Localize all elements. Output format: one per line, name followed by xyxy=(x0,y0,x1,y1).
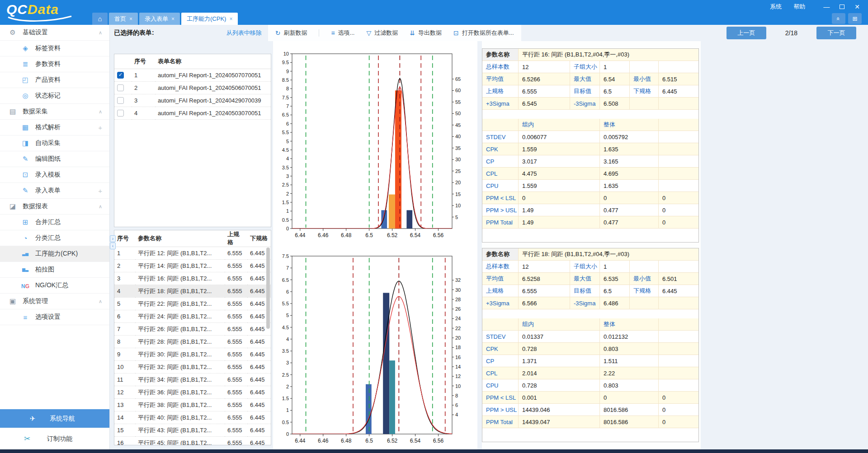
param-lsl: 6.445 xyxy=(247,374,271,386)
parameter-row[interactable]: 15平行距 43: 间距 (B1,B1,T2...6.5556.445 xyxy=(114,424,271,437)
stat-within-value: 1.559 xyxy=(519,180,600,192)
sidebar-item-cpk-chart[interactable]: ▃▅工序能力(CPK) xyxy=(0,246,109,262)
sidebar-item-collect[interactable]: ▤数据采集∧ xyxy=(0,104,109,120)
splitter-expand-button[interactable]: › xyxy=(110,235,116,242)
export-button[interactable]: ⇊导出数据 xyxy=(410,29,442,37)
stat-label xyxy=(630,61,659,73)
sidebar-item-auto-collect[interactable]: ◨自动采集 xyxy=(0,135,109,151)
form-checkbox[interactable] xyxy=(117,72,124,79)
stat-label: 上规格 xyxy=(482,285,519,297)
parameter-row[interactable]: 5平行距 22: 间距 (B1,B1,T2...6.5556.445 xyxy=(114,298,271,310)
refresh-button[interactable]: ↻刷新数据 xyxy=(275,29,307,37)
parameter-row[interactable]: 8平行距 28: 间距 (B1,B1,T2...6.5556.445 xyxy=(114,336,271,348)
parameter-row[interactable]: 16平行距 45: 间距 (B1,B1,T2...6.5556.445 xyxy=(114,437,271,446)
sidebar-item-edit-drawing[interactable]: ✎编辑图纸 xyxy=(0,151,109,167)
add-icon[interactable]: + xyxy=(98,187,102,195)
form-row[interactable]: 3automi_FAI Report-1_20240429070039 xyxy=(114,94,271,107)
tab-label: 首页 xyxy=(114,15,126,23)
svg-text:24: 24 xyxy=(455,316,461,321)
collapse-tabs-icon: « xyxy=(835,17,842,20)
sidebar-item-report[interactable]: ◪数据报表∧ xyxy=(0,199,109,215)
remove-from-list-link[interactable]: 从列表中移除 xyxy=(226,29,262,37)
stat-value: 1 xyxy=(600,61,630,73)
param-usl: 6.555 xyxy=(225,247,247,260)
parameter-row[interactable]: 2平行距 14: 间距 (B1,B1,T2...6.5556.445 xyxy=(114,260,271,272)
stat-within-value: 0.01337 xyxy=(519,331,600,343)
parameter-row[interactable]: 11平行距 34: 间距 (B1,B1,T2...6.5556.445 xyxy=(114,374,271,386)
param-usl: 6.555 xyxy=(225,272,247,285)
tab-close-icon[interactable]: × xyxy=(171,16,175,22)
tab-label: 工序能力(CPK) xyxy=(187,15,226,23)
svg-text:2: 2 xyxy=(286,384,289,389)
collapse-tabs-icon[interactable]: « xyxy=(832,13,845,24)
parameter-row[interactable]: 3平行距 16: 间距 (B1,B1,T2...6.5556.445 xyxy=(114,272,271,285)
tab-home[interactable]: ⌂ xyxy=(92,13,108,25)
chevron-up-icon[interactable]: ∧ xyxy=(99,204,102,210)
stat-label: 最大值 xyxy=(570,273,600,285)
parameter-row[interactable]: 12平行距 36: 间距 (B1,B1,T2...6.5556.445 xyxy=(114,386,271,399)
form-row[interactable]: 2automi_FAI Report-1_20240506070051 xyxy=(114,81,271,94)
form-checkbox[interactable] xyxy=(117,97,124,104)
scrollbar-thumb[interactable] xyxy=(266,248,270,329)
form-name: automi_FAI Report-1_20240429070039 xyxy=(155,94,271,107)
param-usl: 6.555 xyxy=(225,424,247,437)
close-icon[interactable]: ✕ xyxy=(854,4,860,10)
panel-splitter: › ‹ xyxy=(110,235,116,249)
custom-functions-button[interactable]: ✂订制功能 xyxy=(0,428,109,449)
sidebar: ⚙基础设置∧◈标签资料≣参数资料◰产品资料◎状态标记▤数据采集∧▦格式解析+◨自… xyxy=(0,25,110,449)
chevron-up-icon[interactable]: ∧ xyxy=(99,30,102,36)
form-name: automi_FAI Report-1_20240503070051 xyxy=(155,107,271,119)
tab-grid-icon[interactable]: ⊞ xyxy=(848,13,862,24)
stat-metric-label: CPL xyxy=(482,168,519,180)
svg-text:10: 10 xyxy=(455,383,461,389)
sidebar-item-sliders[interactable]: ≣参数资料 xyxy=(0,56,109,72)
menu-system[interactable]: 系统 xyxy=(770,3,782,11)
chevron-up-icon[interactable]: ∧ xyxy=(99,109,102,115)
system-nav-button[interactable]: ✈系统导航 xyxy=(0,409,109,428)
tab-close-icon[interactable]: × xyxy=(129,16,132,22)
sidebar-item-options[interactable]: ≡选项设置 xyxy=(0,309,109,325)
sidebar-item-ng-ok[interactable]: NGNG/OK汇总 xyxy=(0,278,109,294)
parameter-row[interactable]: 6平行距 24: 间距 (B1,B1,T2...6.5556.445 xyxy=(114,310,271,323)
param-index: 5 xyxy=(114,298,135,310)
filter-button[interactable]: ▽过滤数据 xyxy=(366,29,398,37)
parameter-row[interactable]: 9平行距 30: 间距 (B1,B1,T2...6.5556.445 xyxy=(114,348,271,361)
sidebar-item-entry-template[interactable]: ⊡录入模板 xyxy=(0,167,109,183)
options-list-button[interactable]: ≡选项... xyxy=(331,29,354,37)
form-row[interactable]: 1automi_FAI Report-1_20240507070051 xyxy=(114,69,271,81)
sidebar-item-entry-form[interactable]: ✎录入表单+ xyxy=(0,183,109,199)
parameter-row[interactable]: 13平行距 38: 间距 (B1,B1,T2...6.5556.445 xyxy=(114,399,271,411)
form-row[interactable]: 4automi_FAI Report-1_20240503070051 xyxy=(114,107,271,119)
tab-3[interactable]: 工序能力(CPK)× xyxy=(181,13,238,25)
parameter-row[interactable]: 14平行距 40: 间距 (B1,B1,T2...6.5556.445 xyxy=(114,411,271,424)
sidebar-item-target[interactable]: ◎状态标记 xyxy=(0,88,109,104)
sidebar-item-merge-summary[interactable]: ⊞合并汇总 xyxy=(0,215,109,230)
open-form-button[interactable]: ⊡打开数据所在表单... xyxy=(453,29,514,37)
sidebar-item-cube[interactable]: ◰产品资料 xyxy=(0,72,109,88)
sidebar-item-gear[interactable]: ⚙基础设置∧ xyxy=(0,25,109,41)
parameter-row[interactable]: 1平行距 12: 间距 (B1,B1,T2...6.5556.445 xyxy=(114,247,271,260)
parameter-row[interactable]: 4平行距 18: 间距 (B1,B1,T2...6.5556.445 xyxy=(114,285,271,298)
sidebar-item-tag[interactable]: ◈标签资料 xyxy=(0,41,109,56)
parameter-row[interactable]: 10平行距 32: 间距 (B1,B1,T2...6.5556.445 xyxy=(114,361,271,374)
svg-text:60: 60 xyxy=(455,88,461,93)
prev-page-button[interactable]: 上一页 xyxy=(726,27,766,39)
stat-extra-value: 0 xyxy=(659,192,698,204)
tab-close-icon[interactable]: × xyxy=(229,16,232,22)
form-checkbox[interactable] xyxy=(117,110,124,117)
splitter-collapse-button[interactable]: ‹ xyxy=(110,243,116,249)
parameter-row[interactable]: 7平行距 26: 间距 (B1,B1,T2...6.5556.445 xyxy=(114,323,271,336)
sidebar-item-category-summary[interactable]: ◔分类汇总 xyxy=(0,230,109,246)
next-page-button[interactable]: 下一页 xyxy=(816,27,856,39)
tab-2[interactable]: 录入表单× xyxy=(139,13,180,25)
sidebar-item-system-manage[interactable]: ▣系统管理∧ xyxy=(0,294,109,309)
sidebar-item-format-parse[interactable]: ▦格式解析+ xyxy=(0,120,109,135)
tab-1[interactable]: 首页× xyxy=(109,13,138,25)
form-checkbox[interactable] xyxy=(117,84,124,91)
minimize-icon[interactable]: — xyxy=(823,4,830,10)
add-icon[interactable]: + xyxy=(98,124,102,131)
chevron-up-icon[interactable]: ∧ xyxy=(99,299,102,304)
maximize-icon[interactable] xyxy=(840,4,844,10)
menu-help[interactable]: 帮助 xyxy=(793,3,805,11)
sidebar-item-pareto-chart[interactable]: ▆▃柏拉图 xyxy=(0,262,109,278)
